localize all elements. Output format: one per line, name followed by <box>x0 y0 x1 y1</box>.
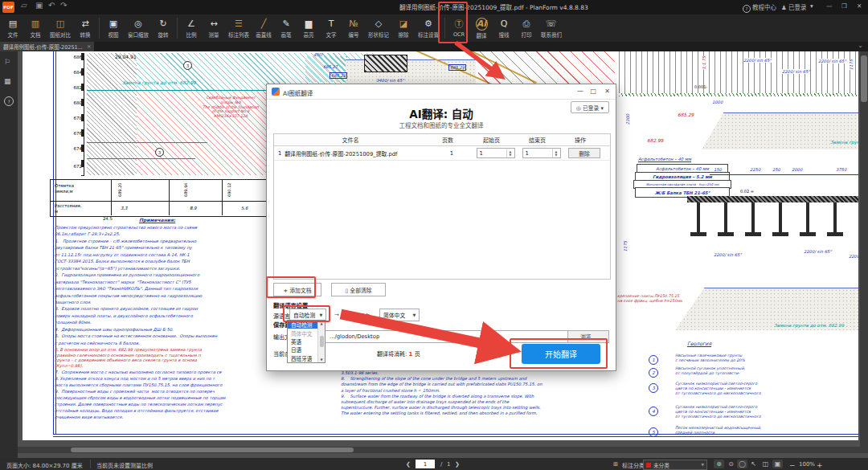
toolbar-collapse-icon[interactable]: ⌄ <box>858 42 863 49</box>
toolbar-text-button[interactable]: T文字 <box>320 14 342 42</box>
save-icon[interactable]: ▣ <box>35 1 43 10</box>
fit-page-icon[interactable]: ▣ <box>772 460 783 468</box>
hand-tool-icon[interactable]: ◯ <box>737 460 747 468</box>
annotation-settings-icon: ⚙ <box>424 18 432 30</box>
theme-button[interactable]: ▾ <box>810 2 813 10</box>
soil-replacement-note: Замена грунта до отм. 682.99 <box>122 80 196 85</box>
toolbar-window-zoom-button[interactable]: ◎窗口缩放 <box>125 14 152 42</box>
dropdown-option-english[interactable]: 英语 <box>288 337 317 345</box>
tab-bar: 翻译用例图纸-价传-原图-20251... × ⌄ <box>0 42 868 51</box>
undo-icon[interactable]: ↶ <box>48 1 55 10</box>
redo-icon[interactable]: ↷ <box>60 1 67 10</box>
vertical-scrollbar[interactable] <box>860 51 868 447</box>
cursor-tool-icon[interactable]: ↖ <box>748 460 759 468</box>
table-line <box>169 179 170 215</box>
dim-label: 2200/ sin 65° <box>743 58 772 63</box>
geology-number: 1 <box>649 355 658 365</box>
dim-label: 2000 <box>792 167 802 172</box>
toolbar-file-button[interactable]: ▤文件 <box>2 14 24 42</box>
dialog-minimize-button[interactable]: — <box>577 88 583 95</box>
scroll-down-icon[interactable]: ▼ <box>320 358 322 362</box>
chevron-down-icon: ▼ <box>702 463 704 467</box>
file-icon: ▤ <box>9 18 17 30</box>
toolbar-contact-us-button[interactable]: ☏联系我们 <box>538 14 565 42</box>
toolbar-scale-button[interactable]: ∠比例 <box>180 14 203 42</box>
close-button[interactable]: ✕ <box>857 2 862 10</box>
open-file-icon[interactable]: ▱ <box>21 1 27 10</box>
t-beam <box>744 202 762 236</box>
toolbar-shape-mark-button[interactable]: ◇形状标记 <box>365 14 392 42</box>
dropdown-option-japanese[interactable]: 日语 <box>288 345 317 354</box>
elevation-scale-bar <box>81 53 84 176</box>
dropdown-option-simplified-chinese[interactable]: 简体中文 <box>288 329 317 337</box>
geology-number: 3 <box>649 383 658 393</box>
dim-label: 2200/ sin 65° <box>782 69 810 74</box>
end-page-stepper[interactable]: 1▲▼ <box>522 148 561 158</box>
toolbar-highlight-button[interactable]: ▆高亮 <box>297 14 320 42</box>
help-icon[interactable]: ? <box>4 96 14 106</box>
dialog-maximize-button[interactable]: □ <box>590 88 596 95</box>
vertical-scrollbar-thumb[interactable] <box>861 55 867 102</box>
scroll-up-icon[interactable]: ▲ <box>320 321 322 325</box>
stepper-arrows-icon[interactable]: ▲▼ <box>552 149 560 157</box>
add-document-button[interactable]: + 添加文档 <box>273 283 321 296</box>
dropdown-scrollbar[interactable]: ▲ ▼ <box>317 321 325 362</box>
dropdown-option-spanish[interactable]: 西班牙语 <box>288 354 317 362</box>
clear-all-button[interactable]: ▯ 全部清除 <box>331 283 386 296</box>
stepper-arrows-icon[interactable]: ▲▼ <box>506 149 514 157</box>
dim-label: 2200/ sin 65° <box>804 249 832 254</box>
toolbar-numbering-button[interactable]: №编号 <box>342 14 365 42</box>
toolbar-rotate-button[interactable]: ↻旋转 <box>152 14 174 42</box>
bookmark-icon[interactable]: ⚐ <box>4 58 10 66</box>
toolbar-search-line-button[interactable]: Q搜线 <box>493 14 515 42</box>
prev-page-button[interactable]: ❮ <box>406 461 411 468</box>
toolbar-drawing-compare-button[interactable]: ◫图纸对比 <box>47 14 74 42</box>
annotation-category-select[interactable]: 未分类 ▼ <box>643 460 707 470</box>
toolbar-view-button[interactable]: ▣视图 <box>102 14 125 42</box>
output-folder-field[interactable]: .../glodon/Desktop <box>305 330 588 343</box>
toolbar-measure-button[interactable]: ↔测量 <box>203 14 225 42</box>
toolbar-print-button[interactable]: ⎙打印 <box>515 14 538 42</box>
search-line-icon: Q <box>501 18 508 30</box>
zoom-in-button[interactable]: + <box>817 461 823 469</box>
toolbar-ocr-button[interactable]: ⓉOCR <box>448 14 470 42</box>
toolbar-annotation-list-button[interactable]: ☰标注列表 <box>225 14 252 42</box>
minimize-button[interactable]: — <box>826 2 833 10</box>
target-language-select[interactable]: 简体中文 ▼ <box>379 309 420 321</box>
page-number-input[interactable]: 1 <box>416 460 435 468</box>
browse-button[interactable]: 浏览... <box>567 330 609 343</box>
zoom-out-button[interactable]: − <box>789 461 796 469</box>
toolbar-annotation-settings-button[interactable]: ⚙标注设置 <box>415 14 442 42</box>
toolbar-translate-button[interactable]: AI翻译 <box>470 14 493 42</box>
split-view-icon[interactable]: ◫ <box>760 460 771 468</box>
question-icon: ? <box>743 5 751 13</box>
thumbnails-icon[interactable]: ▦ <box>4 77 11 85</box>
ground-hatch <box>87 53 137 175</box>
tab-close-icon[interactable]: × <box>87 43 91 50</box>
dropdown-option-auto[interactable]: 自动检测 <box>288 321 317 329</box>
maximize-button[interactable]: ❐ <box>841 2 847 10</box>
toolbar-pen-button[interactable]: ✎画笔 <box>275 14 297 42</box>
geology-number: 2 <box>649 368 658 378</box>
toolbar-draw-line-button[interactable]: ╱画直线 <box>252 14 275 42</box>
dim-line <box>710 174 858 175</box>
horizontal-scrollbar[interactable] <box>18 447 868 453</box>
zoom-area-icon[interactable]: ⊕ <box>714 460 724 468</box>
main-toolbar: ▤文件 ▥文档 ◫图纸对比 ⇄转换 ▣视图 ◎窗口缩放 ↻旋转 ∠比例 ↔测量 … <box>0 14 868 42</box>
horizontal-scrollbar-thumb[interactable] <box>71 448 354 452</box>
start-translate-button[interactable]: 开始翻译 <box>522 344 600 364</box>
eye-icon[interactable]: ⊙ <box>726 460 736 468</box>
pile-foundation-note: Сваебойный фундамент опоры №8 The middle… <box>183 96 278 119</box>
tab-active-document[interactable]: 翻译用例图纸-价传-原图-20251... × <box>0 42 94 51</box>
toolbar-document-button[interactable]: ▥文档 <box>24 14 47 42</box>
toolbar-erase-button[interactable]: ◪擦除 <box>392 14 415 42</box>
tutorial-center-link[interactable]: ?教程中心 <box>743 2 776 13</box>
dropdown-scrollbar-thumb[interactable] <box>320 336 324 347</box>
erase-icon: ◪ <box>399 18 407 30</box>
delete-file-button[interactable]: 删除 <box>568 148 600 158</box>
dialog-close-button[interactable]: ✕ <box>604 88 610 95</box>
next-page-button[interactable]: ❯ <box>455 461 460 468</box>
toolbar-convert-button[interactable]: ⇄转换 <box>74 14 96 42</box>
start-page-stepper[interactable]: 1▲▼ <box>477 148 515 158</box>
login-status[interactable]: ♟ 已登录 <box>781 2 807 11</box>
